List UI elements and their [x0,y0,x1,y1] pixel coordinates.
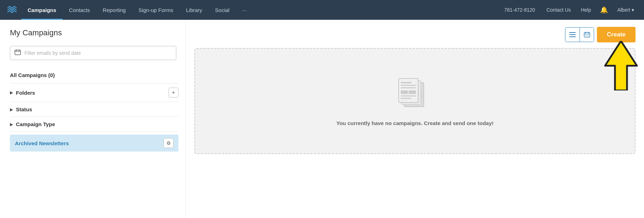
empty-state-icon [394,76,436,113]
nav-reporting[interactable]: Reporting [96,0,132,20]
archived-newsletters-gear-button[interactable]: ⚙ [164,138,173,148]
content-area: Create [186,20,644,218]
chevron-down-icon: ▾ [632,7,634,13]
svg-rect-32 [401,82,411,83]
all-campaigns-section: All Campaigns (0) [10,69,178,82]
status-chevron-icon: ▶ [10,107,13,112]
nav-help[interactable]: Help [577,0,595,20]
svg-marker-39 [605,41,637,90]
status-section[interactable]: ▶ Status [10,103,178,116]
arrow-annotation [602,41,637,87]
divider4 [10,131,178,132]
divider3 [10,117,178,117]
date-filter-input[interactable]: Filter emails by send date [10,46,176,60]
page-title: My Campaigns [10,28,178,37]
nav-contact-us[interactable]: Contact Us [542,0,575,20]
divider [10,83,178,83]
campaign-type-label: Campaign Type [16,121,55,127]
nav-contacts[interactable]: Contacts [63,0,96,20]
svg-rect-36 [409,90,416,94]
main-container: My Campaigns Filter emails by send date … [0,20,644,218]
svg-rect-38 [401,98,411,99]
all-campaigns-label[interactable]: All Campaigns (0) [10,69,178,82]
nav-phone: 781-472-8120 [498,0,541,20]
nav-library[interactable]: Library [179,0,209,20]
add-folder-button[interactable]: + [169,88,178,98]
archived-newsletters-label: Archived Newsletters [15,140,69,146]
sidebar: My Campaigns Filter emails by send date … [0,20,186,218]
svg-rect-13 [586,35,587,36]
svg-rect-34 [401,87,416,88]
navbar: Campaigns Contacts Reporting Sign-up For… [0,0,644,20]
folders-section[interactable]: ▶ Folders + [10,84,178,101]
folders-chevron-icon: ▶ [10,90,13,95]
campaign-type-left: ▶ Campaign Type [10,121,55,127]
svg-rect-33 [401,85,416,86]
calendar-view-button[interactable] [580,28,594,42]
svg-rect-35 [401,90,408,94]
app-logo[interactable] [6,4,18,16]
create-button[interactable]: Create [597,27,636,42]
calendar-icon [15,49,21,57]
svg-rect-12 [585,35,586,36]
nav-signup-forms[interactable]: Sign-up Forms [132,0,179,20]
nav-right: 781-472-8120 Contact Us Help 🔔 Albert ▾ [498,0,638,20]
svg-rect-37 [401,95,416,96]
svg-rect-14 [588,35,589,36]
bell-icon[interactable]: 🔔 [597,0,611,20]
gear-icon: ⚙ [166,140,171,146]
empty-state: You currently have no campaigns. Create … [194,48,636,154]
campaign-type-section[interactable]: ▶ Campaign Type [10,118,178,131]
status-label: Status [16,106,32,112]
folders-left: ▶ Folders [10,90,35,96]
view-toggle [565,27,594,42]
nav-campaigns[interactable]: Campaigns [21,0,63,20]
nav-links: Campaigns Contacts Reporting Sign-up For… [21,0,498,20]
list-view-button[interactable] [565,28,580,42]
status-left: ▶ Status [10,106,32,112]
nav-user-name: Albert [617,7,630,13]
archived-newsletters-item[interactable]: Archived Newsletters ⚙ [10,135,178,152]
date-filter-placeholder: Filter emails by send date [24,50,81,56]
campaign-type-chevron-icon: ▶ [10,122,13,127]
nav-social[interactable]: Social [209,0,236,20]
svg-rect-1 [15,50,21,55]
empty-state-message: You currently have no campaigns. Create … [336,120,494,126]
nav-user-menu[interactable]: Albert ▾ [613,0,638,20]
content-header: Create [194,27,636,42]
nav-more[interactable]: ··· [236,0,253,20]
divider2 [10,102,178,102]
folders-label: Folders [16,90,35,96]
